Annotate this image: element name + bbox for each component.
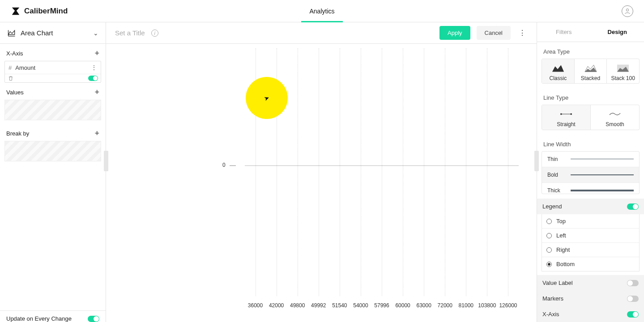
area-type-stacked[interactable]: Stacked bbox=[574, 59, 607, 83]
cancel-button[interactable]: Cancel bbox=[477, 26, 511, 40]
x-gridline bbox=[466, 48, 466, 296]
brand-logo[interactable]: CaliberMind bbox=[11, 6, 68, 16]
x-tick-label: 36000 bbox=[248, 302, 263, 309]
legend-bottom[interactable]: Bottom bbox=[542, 257, 639, 271]
add-x-axis-button[interactable]: + bbox=[94, 49, 99, 57]
x-tick-label: 60000 bbox=[395, 302, 410, 309]
markers-title: Markers bbox=[542, 295, 563, 302]
y-tick-0: 0 bbox=[222, 162, 226, 168]
x-tick-label: 126000 bbox=[499, 302, 517, 309]
markers-toggle[interactable] bbox=[627, 296, 639, 302]
update-on-change-row: Update on Every Change bbox=[0, 310, 106, 322]
legend-top[interactable]: Top bbox=[542, 214, 639, 228]
area-classic-icon bbox=[552, 64, 564, 72]
legend-bottom-label: Bottom bbox=[556, 261, 575, 267]
line-width-bold-label: Bold bbox=[547, 172, 566, 178]
x-axis-label: X-Axis bbox=[6, 50, 23, 57]
x-axis-field-menu[interactable]: ⋮ bbox=[91, 64, 97, 71]
radio-icon bbox=[546, 262, 552, 267]
line-width-thick[interactable]: Thick bbox=[542, 182, 639, 194]
values-label: Values bbox=[6, 89, 24, 96]
legend-right-label: Right bbox=[556, 246, 570, 253]
area-stacked-icon bbox=[584, 64, 597, 72]
breakby-label: Break by bbox=[6, 130, 29, 137]
chart-type-label: Area Chart bbox=[21, 29, 89, 37]
chart-type-selector[interactable]: Area Chart ⌄ bbox=[0, 22, 106, 44]
x-axis-section-header: X-Axis + bbox=[0, 44, 106, 61]
area-type-stack100-label: Stack 100 bbox=[611, 75, 635, 81]
update-on-change-toggle[interactable] bbox=[88, 316, 99, 322]
value-label-header: Value Label bbox=[537, 275, 644, 291]
line-width-thin[interactable]: Thin bbox=[542, 152, 639, 167]
add-breakby-button[interactable]: + bbox=[94, 129, 99, 137]
line-bold-preview bbox=[571, 174, 634, 175]
breakby-section-header: Break by + bbox=[0, 124, 106, 141]
line-type-smooth[interactable]: Smooth bbox=[590, 105, 639, 129]
x-gridline bbox=[487, 48, 487, 296]
line-type-title: Line Type bbox=[537, 88, 644, 105]
x-gridline bbox=[298, 48, 298, 296]
user-avatar[interactable] bbox=[622, 5, 633, 17]
area-type-classic[interactable]: Classic bbox=[542, 59, 574, 83]
x-tick-label: 49992 bbox=[311, 302, 326, 309]
svg-point-4 bbox=[570, 113, 572, 115]
chart-plot-area[interactable]: 0 36000420004980049992515405400057996600… bbox=[106, 44, 537, 322]
area-stack100-icon bbox=[617, 64, 629, 72]
markers-header: Markers bbox=[537, 291, 644, 306]
collapse-right-panel[interactable] bbox=[534, 151, 539, 171]
x-gridline bbox=[361, 48, 361, 296]
apply-button[interactable]: Apply bbox=[439, 26, 470, 40]
brand-logo-icon bbox=[11, 6, 21, 16]
add-values-button[interactable]: + bbox=[94, 88, 99, 96]
x-tick-label: 103800 bbox=[478, 302, 496, 309]
xaxis-title: X-Axis bbox=[542, 311, 559, 318]
xaxis-toggle[interactable] bbox=[627, 311, 639, 318]
config-panel: Area Chart ⌄ X-Axis + # Amount ⋮ Values … bbox=[0, 22, 106, 322]
value-label-title: Value Label bbox=[542, 280, 573, 286]
x-axis-field-toggle[interactable] bbox=[88, 76, 98, 81]
design-panel: Filters Design Area Type Classic Stacked… bbox=[537, 22, 644, 322]
radio-icon bbox=[546, 247, 552, 253]
info-icon[interactable]: i bbox=[151, 30, 158, 37]
line-smooth-icon bbox=[609, 110, 621, 119]
area-type-stacked-label: Stacked bbox=[581, 75, 600, 81]
line-width-bold[interactable]: Bold bbox=[542, 167, 639, 182]
canvas-panel: Set a Title i Apply Cancel ⋮ 0 360004200… bbox=[106, 22, 537, 322]
x-gridline bbox=[424, 48, 424, 296]
legend-left[interactable]: Left bbox=[542, 228, 639, 242]
values-drop-zone[interactable] bbox=[4, 100, 101, 120]
line-straight-icon bbox=[560, 110, 572, 119]
area-type-title: Area Type bbox=[537, 42, 644, 59]
line-type-straight[interactable]: Straight bbox=[542, 105, 590, 129]
x-tick-label: 54000 bbox=[353, 302, 368, 309]
legend-right[interactable]: Right bbox=[542, 242, 639, 257]
value-label-toggle[interactable] bbox=[627, 280, 639, 286]
x-axis-field-chip[interactable]: # Amount ⋮ bbox=[4, 61, 101, 83]
tab-filters[interactable]: Filters bbox=[537, 22, 591, 42]
collapse-left-panel[interactable] bbox=[104, 151, 108, 171]
legend-toggle[interactable] bbox=[627, 203, 639, 210]
x-tick-label: 72000 bbox=[438, 302, 452, 309]
brand-name: CaliberMind bbox=[24, 7, 68, 16]
area-type-classic-label: Classic bbox=[550, 75, 567, 81]
svg-point-0 bbox=[626, 8, 628, 11]
tab-design[interactable]: Design bbox=[591, 22, 644, 42]
chevron-down-icon: ⌄ bbox=[93, 30, 98, 37]
y-tick-mark bbox=[230, 165, 236, 166]
tab-analytics[interactable]: Analytics bbox=[307, 0, 337, 22]
area-chart-icon bbox=[7, 29, 16, 38]
x-gridline bbox=[445, 48, 445, 296]
breakby-drop-zone[interactable] bbox=[4, 141, 101, 161]
chart-title-input[interactable]: Set a Title bbox=[115, 29, 145, 37]
trash-icon[interactable] bbox=[8, 75, 14, 81]
x-tick-label: 63000 bbox=[416, 302, 431, 309]
cursor-highlight: ➤ bbox=[246, 77, 288, 119]
x-axis-field-name: Amount bbox=[15, 64, 87, 71]
values-section-header: Values + bbox=[0, 83, 106, 100]
x-gridline bbox=[319, 48, 319, 296]
area-type-stack100[interactable]: Stack 100 bbox=[606, 59, 639, 83]
line-width-title: Line Width bbox=[537, 135, 644, 151]
legend-top-label: Top bbox=[556, 218, 566, 225]
line-type-straight-label: Straight bbox=[557, 121, 575, 127]
more-menu[interactable]: ⋮ bbox=[517, 29, 528, 37]
